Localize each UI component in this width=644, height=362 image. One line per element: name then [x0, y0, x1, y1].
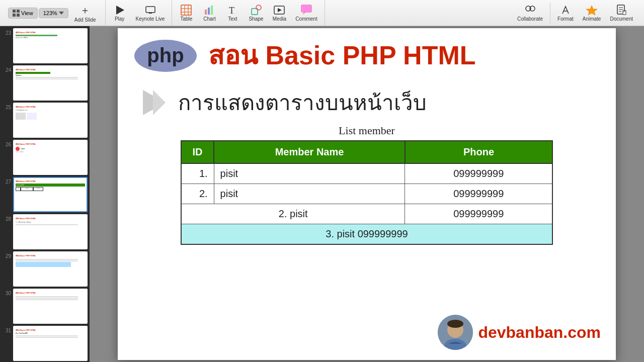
view-button[interactable]: View: [8, 8, 38, 19]
collaborate-group: Collaborate: [510, 3, 550, 24]
php-logo: php: [133, 38, 198, 73]
plus-icon: ＋: [80, 4, 90, 17]
slide-30[interactable]: 30 สอน Basic PHP HTML: [2, 289, 88, 324]
play-icon: [114, 5, 125, 16]
row2-phone: 099999999: [405, 184, 552, 204]
comment-button[interactable]: Comment: [291, 3, 321, 24]
slide-canvas: php สอน Basic PHP HTML การแสดงตารางบนหน้…: [118, 28, 616, 360]
slide-28[interactable]: 28 สอน Basic PHP HTML การเชื่อมต่อฐานข้อ…: [2, 214, 88, 249]
slide-subtitle: การแสดงตารางบนหน้าเว็บ: [178, 86, 427, 119]
slide-footer: devbanban.com: [438, 315, 601, 350]
svg-rect-20: [301, 5, 311, 12]
text-button[interactable]: T Text: [221, 3, 244, 24]
add-slide-button[interactable]: ＋ Add Slide: [69, 2, 101, 25]
table-button[interactable]: Table: [175, 3, 197, 24]
svg-text:php: php: [147, 44, 184, 66]
toolbar-view-zoom-group: View 123% ＋ Add Slide: [4, 0, 106, 26]
chevron-down-icon: [59, 12, 64, 15]
play-icon-large: [138, 87, 168, 118]
document-button[interactable]: Document: [606, 3, 637, 24]
table-row-1: 1. pisit 099999999: [181, 163, 552, 184]
chart-button[interactable]: Chart: [198, 3, 220, 24]
slide-panel[interactable]: 23 สอน Basic PHP HTML ตัวอย่างการใช้งาน …: [0, 26, 90, 362]
format-label: Format: [557, 16, 574, 22]
insert-group: Table Chart T Text Shape: [172, 0, 325, 26]
col-id: ID: [181, 141, 214, 163]
collaborate-icon: [524, 5, 535, 16]
animate-button[interactable]: Animate: [579, 3, 605, 24]
toolbar: View 123% ＋ Add Slide Play Keynote Live: [0, 0, 644, 26]
text-icon: T: [227, 5, 238, 16]
svg-marker-19: [278, 8, 282, 12]
row1-name: pisit: [214, 163, 405, 184]
svg-rect-14: [211, 6, 213, 15]
site-name: devbanban.com: [478, 323, 601, 342]
svg-text:T: T: [229, 6, 234, 16]
table-row-4: 3. pisit 099999999: [181, 224, 552, 245]
slide-26[interactable]: 26 สอน Basic PHP HTML รหัสสี color codes: [2, 140, 88, 175]
zoom-button[interactable]: 123%: [39, 8, 68, 18]
col-member-name: Member Name: [214, 141, 405, 163]
svg-point-39: [447, 320, 463, 328]
keynote-live-icon: [145, 5, 156, 16]
text-label: Text: [228, 16, 237, 22]
chart-label: Chart: [203, 16, 215, 22]
svg-rect-7: [181, 5, 191, 15]
slide-title: สอน Basic PHP HTML: [208, 41, 475, 70]
slide-25[interactable]: 25 สอน Basic PHP HTML การแสดงตาราง: [2, 103, 88, 138]
svg-rect-3: [17, 14, 20, 17]
keynote-live-button[interactable]: Keynote Live: [132, 3, 169, 24]
row2-id: 2.: [181, 184, 214, 204]
table-section: List member ID Member Name Phone 1. pisi…: [118, 124, 616, 245]
row1-id: 1.: [181, 163, 214, 184]
format-icon: [560, 5, 571, 16]
format-button[interactable]: Format: [553, 3, 578, 24]
canvas-area: php สอน Basic PHP HTML การแสดงตารางบนหน้…: [90, 26, 644, 362]
svg-marker-35: [153, 90, 166, 115]
zoom-label: 123%: [43, 10, 57, 16]
row4-full-merged: 3. pisit 099999999: [181, 224, 552, 245]
collaborate-label: Collaborate: [517, 16, 543, 22]
svg-rect-12: [205, 10, 207, 15]
table-row-3: 2. pisit 099999999: [181, 204, 552, 224]
main-area: 23 สอน Basic PHP HTML ตัวอย่างการใช้งาน …: [0, 26, 644, 362]
comment-label: Comment: [295, 16, 317, 22]
shape-icon: [251, 5, 262, 16]
slide-24[interactable]: 24 สอน Basic PHP HTML Systems: [2, 65, 88, 101]
slide-header: php สอน Basic PHP HTML: [118, 28, 616, 78]
svg-point-17: [256, 5, 261, 10]
row1-phone: 099999999: [405, 163, 552, 184]
chart-icon: [204, 5, 215, 16]
table-label: Table: [180, 16, 192, 22]
keynote-live-label: Keynote Live: [136, 16, 165, 22]
document-label: Document: [610, 16, 633, 22]
slide-29[interactable]: 29 สอน Basic PHP HTML: [2, 251, 88, 287]
play-group: Play Keynote Live: [106, 0, 173, 26]
row2-name: pisit: [214, 184, 405, 204]
add-slide-label: Add Slide: [74, 17, 96, 23]
svg-marker-4: [116, 6, 124, 15]
row3-phone: 099999999: [405, 204, 552, 224]
table-icon: [181, 5, 192, 16]
media-button[interactable]: Media: [268, 3, 290, 24]
svg-rect-13: [208, 8, 210, 15]
subtitle-row: การแสดงตารางบนหน้าเว็บ: [118, 78, 616, 124]
svg-rect-2: [13, 14, 16, 17]
svg-rect-5: [146, 7, 155, 13]
table-row-2: 2. pisit 099999999: [181, 184, 552, 204]
table-header-row: ID Member Name Phone: [181, 141, 552, 163]
view-icon: [13, 10, 20, 17]
document-icon: [616, 5, 627, 16]
comment-icon: [301, 5, 312, 16]
play-button[interactable]: Play: [109, 3, 131, 24]
shape-button[interactable]: Shape: [245, 3, 267, 24]
view-label: View: [21, 10, 33, 16]
slide-23[interactable]: 23 สอน Basic PHP HTML ตัวอย่างการใช้งาน: [2, 28, 88, 63]
shape-label: Shape: [249, 16, 263, 22]
slide-27-thumb[interactable]: 27 สอน Basic PHP HTML List member ID Nam…: [2, 177, 88, 212]
animate-icon: [586, 5, 597, 16]
slide-31[interactable]: 31 สอน Basic PHP HTML ด้วย YouTube API: [2, 326, 88, 361]
animate-label: Animate: [583, 16, 601, 22]
col-phone: Phone: [405, 141, 552, 163]
collaborate-button[interactable]: Collaborate: [513, 3, 547, 24]
